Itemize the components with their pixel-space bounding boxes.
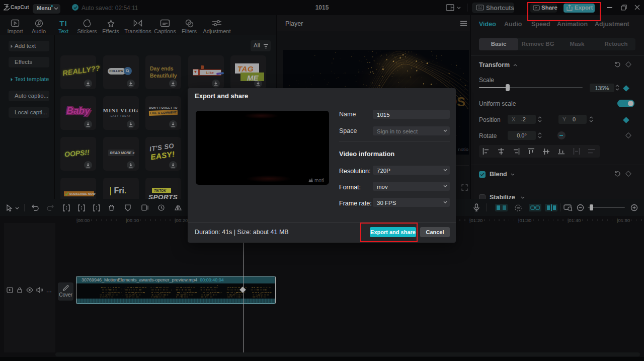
svg-text:moti: moti (314, 178, 324, 183)
